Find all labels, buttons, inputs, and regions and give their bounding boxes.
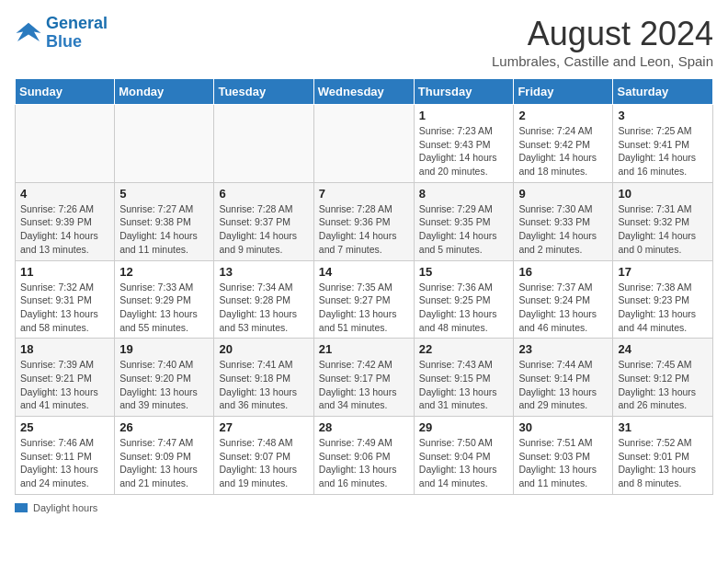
day-cell: 20Sunrise: 7:41 AM Sunset: 9:18 PM Dayli…	[214, 339, 313, 417]
day-number: 21	[319, 342, 409, 356]
day-cell: 30Sunrise: 7:51 AM Sunset: 9:03 PM Dayli…	[514, 417, 613, 495]
day-cell: 11Sunrise: 7:32 AM Sunset: 9:31 PM Dayli…	[16, 260, 115, 339]
day-number: 27	[219, 420, 308, 434]
day-number: 31	[618, 420, 708, 434]
day-cell: 5Sunrise: 7:27 AM Sunset: 9:38 PM Daylig…	[115, 182, 214, 260]
day-cell: 21Sunrise: 7:42 AM Sunset: 9:17 PM Dayli…	[313, 339, 414, 417]
week-row-2: 4Sunrise: 7:26 AM Sunset: 9:39 PM Daylig…	[16, 182, 713, 260]
col-header-wednesday: Wednesday	[313, 79, 414, 105]
day-number: 20	[219, 342, 308, 356]
day-cell: 22Sunrise: 7:43 AM Sunset: 9:15 PM Dayli…	[414, 339, 514, 417]
logo: General Blue	[15, 15, 108, 52]
day-info: Sunrise: 7:23 AM Sunset: 9:43 PM Dayligh…	[419, 124, 509, 178]
logo-text: General Blue	[46, 15, 108, 52]
day-info: Sunrise: 7:41 AM Sunset: 9:18 PM Dayligh…	[219, 358, 308, 412]
day-cell: 10Sunrise: 7:31 AM Sunset: 9:32 PM Dayli…	[613, 182, 713, 260]
week-row-4: 18Sunrise: 7:39 AM Sunset: 9:21 PM Dayli…	[16, 339, 713, 417]
day-info: Sunrise: 7:35 AM Sunset: 9:27 PM Dayligh…	[319, 281, 409, 335]
day-cell: 31Sunrise: 7:52 AM Sunset: 9:01 PM Dayli…	[613, 417, 713, 495]
day-cell: 4Sunrise: 7:26 AM Sunset: 9:39 PM Daylig…	[16, 182, 115, 260]
daylight-legend-label: Daylight hours	[33, 502, 97, 513]
day-number: 8	[419, 187, 509, 201]
page-header: General Blue August 2024 Lumbrales, Cast…	[15, 15, 713, 69]
day-info: Sunrise: 7:50 AM Sunset: 9:04 PM Dayligh…	[419, 436, 509, 490]
day-cell: 17Sunrise: 7:38 AM Sunset: 9:23 PM Dayli…	[613, 260, 713, 339]
day-info: Sunrise: 7:30 AM Sunset: 9:33 PM Dayligh…	[518, 202, 608, 257]
day-cell: 3Sunrise: 7:25 AM Sunset: 9:41 PM Daylig…	[613, 105, 713, 183]
col-header-friday: Friday	[514, 79, 613, 105]
day-info: Sunrise: 7:36 AM Sunset: 9:25 PM Dayligh…	[419, 281, 509, 335]
day-number: 28	[319, 420, 409, 434]
day-number: 15	[419, 265, 509, 279]
col-header-monday: Monday	[115, 79, 214, 105]
day-info: Sunrise: 7:28 AM Sunset: 9:36 PM Dayligh…	[319, 202, 409, 257]
day-cell: 1Sunrise: 7:23 AM Sunset: 9:43 PM Daylig…	[414, 105, 514, 183]
day-info: Sunrise: 7:27 AM Sunset: 9:38 PM Dayligh…	[119, 202, 209, 257]
day-number: 9	[518, 187, 608, 201]
day-number: 25	[20, 420, 109, 434]
day-number: 24	[618, 342, 708, 356]
day-number: 10	[618, 187, 708, 201]
day-cell: 28Sunrise: 7:49 AM Sunset: 9:06 PM Dayli…	[313, 417, 414, 495]
day-cell	[115, 105, 214, 183]
calendar-footer: Daylight hours	[15, 502, 713, 513]
day-info: Sunrise: 7:25 AM Sunset: 9:41 PM Dayligh…	[618, 124, 708, 178]
day-cell: 16Sunrise: 7:37 AM Sunset: 9:24 PM Dayli…	[514, 260, 613, 339]
day-cell: 25Sunrise: 7:46 AM Sunset: 9:11 PM Dayli…	[16, 417, 115, 495]
day-info: Sunrise: 7:49 AM Sunset: 9:06 PM Dayligh…	[319, 436, 409, 490]
day-number: 2	[518, 109, 608, 122]
week-row-1: 1Sunrise: 7:23 AM Sunset: 9:43 PM Daylig…	[16, 105, 713, 183]
day-cell: 6Sunrise: 7:28 AM Sunset: 9:37 PM Daylig…	[214, 182, 313, 260]
day-number: 18	[20, 342, 109, 356]
day-cell: 27Sunrise: 7:48 AM Sunset: 9:07 PM Dayli…	[214, 417, 313, 495]
day-cell	[16, 105, 115, 183]
day-cell: 26Sunrise: 7:47 AM Sunset: 9:09 PM Dayli…	[115, 417, 214, 495]
day-number: 16	[518, 265, 608, 279]
day-cell: 15Sunrise: 7:36 AM Sunset: 9:25 PM Dayli…	[414, 260, 514, 339]
page-wrapper: General Blue August 2024 Lumbrales, Cast…	[15, 15, 713, 513]
title-block: August 2024 Lumbrales, Castille and Leon…	[492, 15, 713, 69]
week-row-5: 25Sunrise: 7:46 AM Sunset: 9:11 PM Dayli…	[16, 417, 713, 495]
day-cell: 9Sunrise: 7:30 AM Sunset: 9:33 PM Daylig…	[514, 182, 613, 260]
day-info: Sunrise: 7:32 AM Sunset: 9:31 PM Dayligh…	[20, 281, 109, 335]
day-cell: 14Sunrise: 7:35 AM Sunset: 9:27 PM Dayli…	[313, 260, 414, 339]
day-info: Sunrise: 7:48 AM Sunset: 9:07 PM Dayligh…	[219, 436, 308, 490]
day-info: Sunrise: 7:42 AM Sunset: 9:17 PM Dayligh…	[319, 358, 409, 412]
col-header-sunday: Sunday	[16, 79, 115, 105]
day-cell: 12Sunrise: 7:33 AM Sunset: 9:29 PM Dayli…	[115, 260, 214, 339]
day-number: 29	[419, 420, 509, 434]
day-cell: 7Sunrise: 7:28 AM Sunset: 9:36 PM Daylig…	[313, 182, 414, 260]
svg-marker-0	[17, 23, 41, 41]
logo-icon	[15, 19, 42, 47]
day-info: Sunrise: 7:24 AM Sunset: 9:42 PM Dayligh…	[518, 124, 608, 178]
day-number: 6	[219, 187, 308, 201]
day-info: Sunrise: 7:26 AM Sunset: 9:39 PM Dayligh…	[20, 202, 109, 257]
day-info: Sunrise: 7:45 AM Sunset: 9:12 PM Dayligh…	[618, 358, 708, 412]
day-number: 19	[119, 342, 209, 356]
col-header-thursday: Thursday	[414, 79, 514, 105]
day-number: 5	[119, 187, 209, 201]
day-cell: 18Sunrise: 7:39 AM Sunset: 9:21 PM Dayli…	[16, 339, 115, 417]
day-number: 14	[319, 265, 409, 279]
day-info: Sunrise: 7:37 AM Sunset: 9:24 PM Dayligh…	[518, 281, 608, 335]
day-info: Sunrise: 7:33 AM Sunset: 9:29 PM Dayligh…	[119, 281, 209, 335]
day-number: 23	[518, 342, 608, 356]
day-info: Sunrise: 7:34 AM Sunset: 9:28 PM Dayligh…	[219, 281, 308, 335]
day-cell: 29Sunrise: 7:50 AM Sunset: 9:04 PM Dayli…	[414, 417, 514, 495]
day-info: Sunrise: 7:46 AM Sunset: 9:11 PM Dayligh…	[20, 436, 109, 490]
day-number: 12	[119, 265, 209, 279]
day-cell	[313, 105, 414, 183]
day-number: 11	[20, 265, 109, 279]
day-number: 26	[119, 420, 209, 434]
calendar-table: SundayMondayTuesdayWednesdayThursdayFrid…	[15, 78, 713, 495]
day-info: Sunrise: 7:28 AM Sunset: 9:37 PM Dayligh…	[219, 202, 308, 257]
day-info: Sunrise: 7:52 AM Sunset: 9:01 PM Dayligh…	[618, 436, 708, 490]
day-info: Sunrise: 7:47 AM Sunset: 9:09 PM Dayligh…	[119, 436, 209, 490]
day-number: 22	[419, 342, 509, 356]
day-cell: 19Sunrise: 7:40 AM Sunset: 9:20 PM Dayli…	[115, 339, 214, 417]
day-info: Sunrise: 7:39 AM Sunset: 9:21 PM Dayligh…	[20, 358, 109, 412]
day-number: 1	[419, 109, 509, 122]
day-number: 3	[618, 109, 708, 122]
week-row-3: 11Sunrise: 7:32 AM Sunset: 9:31 PM Dayli…	[16, 260, 713, 339]
daylight-legend-bar	[15, 503, 28, 512]
